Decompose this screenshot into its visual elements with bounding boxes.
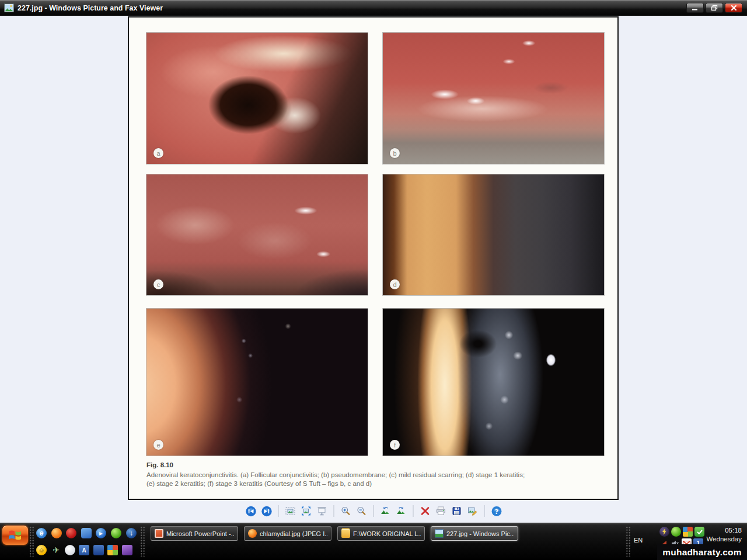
panel-label-c: c <box>153 279 163 289</box>
caption-line-2: (e) stage 2 keratitis; (f) stage 3 kerat… <box>146 480 608 488</box>
tray-icons-row-1 <box>659 527 704 537</box>
download-manager-icon[interactable]: ↓ <box>126 528 137 538</box>
taskbar-button-label: 227.jpg - Windows Pic... <box>446 530 514 537</box>
language-indicator[interactable]: EN <box>634 537 643 544</box>
close-button[interactable] <box>725 3 742 13</box>
toolbar-separator <box>413 505 414 517</box>
title-bar: 227.jpg - Windows Picture and Fax Viewer <box>0 0 747 16</box>
watermark: muhadharaty.com <box>657 544 747 560</box>
firefox-icon <box>248 529 257 538</box>
help-button[interactable]: ? <box>490 504 504 518</box>
taskbar-button-label: F:\WORK ORIGINAL L... <box>353 530 421 537</box>
taskbar-button-explorer-folder[interactable]: F:\WORK ORIGINAL L... <box>337 526 425 541</box>
blue-app-icon[interactable] <box>81 528 92 538</box>
rotate-clockwise-button[interactable] <box>395 504 409 518</box>
clock-day: Wednesday <box>703 536 742 542</box>
powerpoint-icon <box>155 529 163 538</box>
windows-logo-icon <box>8 528 23 542</box>
picture-viewer-icon <box>435 529 444 538</box>
taskbar-drag-handle[interactable] <box>140 526 145 556</box>
taskbar-button-firefox-image[interactable]: chlamydial.jpg (JPEG I... <box>244 526 331 541</box>
rotate-counterclockwise-button[interactable] <box>379 504 393 518</box>
photo-panel-a: a <box>146 33 368 164</box>
panel-label-e: e <box>153 440 163 450</box>
screen: 227.jpg - Windows Picture and Fax Viewer… <box>0 0 747 560</box>
photo-panel-c: c <box>146 174 368 295</box>
red-app-icon[interactable] <box>66 528 76 538</box>
photo-panel-d: d <box>383 174 604 295</box>
minimize-button[interactable] <box>686 3 704 13</box>
photo-panel-f: f <box>383 309 604 456</box>
next-image-button[interactable] <box>260 504 274 518</box>
folder-icon <box>341 529 350 538</box>
green-app-icon[interactable] <box>111 528 121 538</box>
zoom-in-button[interactable] <box>339 504 353 518</box>
green-app-icon[interactable] <box>671 527 681 537</box>
color-grid-app-icon[interactable] <box>107 545 118 555</box>
firefox-icon[interactable] <box>51 528 62 538</box>
color-grid-app-icon[interactable] <box>683 527 693 537</box>
panel-label-f: f <box>390 440 400 450</box>
figure-caption: Fig. 8.10 Adenoviral keratoconjunctiviti… <box>146 461 608 488</box>
start-button[interactable] <box>2 525 29 545</box>
chat-bubble-icon[interactable] <box>65 545 75 555</box>
taskbar-drag-handle[interactable] <box>29 526 34 556</box>
best-fit-button[interactable] <box>284 504 298 518</box>
slideshow-button[interactable] <box>315 504 329 518</box>
yahoo-messenger-icon[interactable]: ☺ <box>36 545 47 555</box>
restore-button[interactable] <box>706 3 723 13</box>
lightning-icon[interactable] <box>659 527 669 537</box>
purple-app-icon[interactable] <box>122 545 132 555</box>
viewer-canvas: a b c d e f Fig. 8.10 Adenoviral keratoc… <box>0 16 747 523</box>
toolbar-separator <box>278 505 279 517</box>
viewer-toolbar: ? <box>244 504 504 518</box>
window-title: 227.jpg - Windows Picture and Fax Viewer <box>18 4 686 12</box>
photo-panel-e: e <box>146 309 368 456</box>
taskbar-clock[interactable]: 05:18 Wednesday <box>703 527 742 542</box>
media-player-icon[interactable]: ▸ <box>96 528 106 538</box>
print-button[interactable] <box>434 504 448 518</box>
taskbar-button-label: chlamydial.jpg (JPEG I... <box>260 530 327 537</box>
taskbar-button-label: Microsoft PowerPoint -... <box>166 530 234 537</box>
blue-a-app-icon[interactable]: A <box>79 545 89 555</box>
edit-button[interactable] <box>466 504 480 518</box>
messenger-icon[interactable] <box>93 545 104 555</box>
paper-plane-icon[interactable]: ✈ <box>51 545 61 555</box>
picture-viewer-icon <box>4 3 14 13</box>
caption-line-1: Adenoviral keratoconjunctivitis. (a) Fol… <box>146 471 608 480</box>
toolbar-separator <box>334 505 334 517</box>
actual-size-button[interactable] <box>299 504 313 518</box>
toolbar-separator <box>484 505 485 517</box>
figure-number: Fig. 8.10 <box>146 461 608 470</box>
internet-explorer-icon[interactable]: e <box>36 528 47 538</box>
window-controls <box>686 3 742 13</box>
svg-text:?: ? <box>494 508 498 515</box>
taskbar-drag-handle[interactable] <box>626 526 631 556</box>
taskbar-button-powerpoint[interactable]: Microsoft PowerPoint -... <box>151 526 238 541</box>
taskbar-button-picture-viewer[interactable]: 227.jpg - Windows Pic... <box>431 526 518 541</box>
photo-panel-b: b <box>383 33 604 164</box>
panel-label-a: a <box>153 148 163 158</box>
save-button[interactable] <box>450 504 464 518</box>
clock-time: 05:18 <box>703 527 742 534</box>
zoom-out-button[interactable] <box>355 504 369 518</box>
toolbar-separator <box>374 505 374 517</box>
panel-label-d: d <box>390 279 400 289</box>
displayed-image: a b c d e f Fig. 8.10 Adenoviral keratoc… <box>128 16 619 500</box>
delete-button[interactable] <box>418 504 432 518</box>
panel-label-b: b <box>390 148 400 158</box>
previous-image-button[interactable] <box>244 504 258 518</box>
